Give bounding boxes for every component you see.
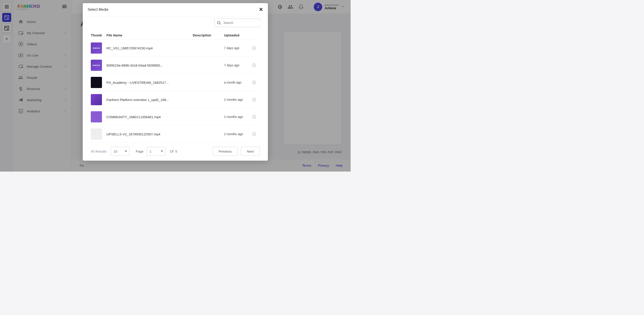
modal-body: Thumb File Name Description Uploaded SID… xyxy=(83,16,268,161)
modal-header: Select Media ✕ xyxy=(83,3,268,16)
thumbnail xyxy=(91,111,102,122)
table-row[interactable]: UPSELLS-V2_1679935122507.mp42 months ago xyxy=(91,126,260,143)
per-page-select[interactable]: 10 xyxy=(111,147,130,156)
check-icon xyxy=(249,80,260,85)
file-name: UPSELLS-V2_1679935122507.mp4 xyxy=(106,132,193,136)
file-name: RC_V01_1685729974230.mp4 xyxy=(106,46,193,50)
pagination: 45 Results 10 Page 1 Of 5 Previous Next xyxy=(91,143,260,157)
table-row[interactable]: SIDEKICKfd39019a-9896-42c8-b3ad-5639850.… xyxy=(91,57,260,74)
svg-point-12 xyxy=(217,21,220,24)
check-icon xyxy=(249,132,260,136)
file-name: Fanhero Platform overview 1_upd2_168... xyxy=(106,98,193,102)
uploaded-time: a month ago xyxy=(224,81,249,84)
next-button[interactable]: Next xyxy=(241,147,260,156)
uploaded-time: 2 months ago xyxy=(224,98,249,102)
close-icon[interactable]: ✕ xyxy=(259,7,263,12)
col-uploaded: Uploaded xyxy=(224,33,249,37)
thumbnail xyxy=(91,77,102,88)
select-media-modal: Select Media ✕ Thumb File Name Descripti… xyxy=(83,3,268,161)
media-table: Thumb File Name Description Uploaded SID… xyxy=(91,31,260,143)
uploaded-time: 7 days ago xyxy=(224,46,249,50)
thumbnail: SIDEKICK xyxy=(91,42,102,54)
results-count: 45 Results xyxy=(91,149,107,153)
file-name: fd39019a-9896-42c8-b3ad-5639850... xyxy=(106,63,193,67)
page-label: Page xyxy=(136,149,144,153)
table-header: Thumb File Name Description Uploaded xyxy=(91,31,260,39)
table-row[interactable]: SIDEKICKRC_V01_1685729974230.mp47 days a… xyxy=(91,39,260,57)
table-row[interactable]: Fanhero Platform overview 1_upd2_168...2… xyxy=(91,91,260,108)
check-icon xyxy=(249,97,260,102)
col-thumb: Thumb xyxy=(91,33,106,37)
file-name: FH_Academy - LIVESTREAM_1682517... xyxy=(106,81,193,84)
search-input[interactable] xyxy=(224,21,262,24)
thumbnail: SIDEKICK xyxy=(91,60,102,71)
check-icon xyxy=(249,46,260,50)
uploaded-time: 2 months ago xyxy=(224,132,249,136)
search-box[interactable] xyxy=(214,18,260,27)
check-icon xyxy=(249,63,260,67)
modal-title: Select Media xyxy=(88,7,108,12)
uploaded-time: 7 days ago xyxy=(224,63,249,67)
col-description: Description xyxy=(193,33,224,37)
check-icon xyxy=(249,115,260,119)
previous-button[interactable]: Previous xyxy=(213,147,238,156)
file-name: COMMUNITY_1680111356461.mp4 xyxy=(106,115,193,119)
uploaded-time: 2 months ago xyxy=(224,115,249,119)
search-icon xyxy=(217,20,221,25)
of-label: Of 5 xyxy=(170,149,177,153)
col-filename: File Name xyxy=(106,33,193,37)
table-row[interactable]: FH_Academy - LIVESTREAM_1682517...a mont… xyxy=(91,74,260,91)
thumbnail xyxy=(91,128,102,140)
thumbnail xyxy=(91,94,102,105)
page-select[interactable]: 1 xyxy=(147,147,166,156)
table-row[interactable]: COMMUNITY_1680111356461.mp42 months ago xyxy=(91,108,260,126)
